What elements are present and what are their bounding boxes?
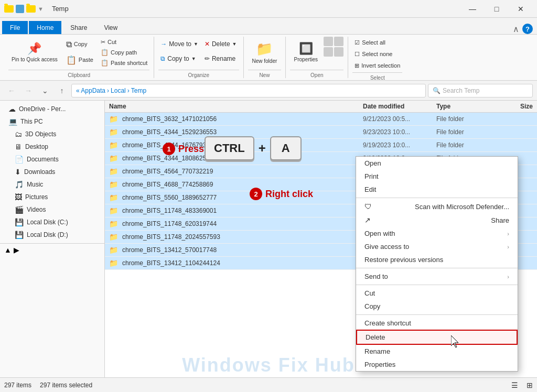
paste-shortcut-button[interactable]: 📋 Paste shortcut — [99, 58, 149, 68]
moveto-button[interactable]: → Move to ▼ — [158, 37, 200, 51]
rename-icon: ✏ — [205, 55, 210, 62]
ctx-edit[interactable]: Edit — [356, 183, 518, 196]
sidebar-item-onedrive[interactable]: ☁ OneDrive - Per... — [0, 103, 104, 115]
sendto-arrow: › — [507, 274, 509, 280]
tab-view[interactable]: View — [96, 21, 125, 34]
path-breadcrumb-local[interactable]: Local — [111, 87, 126, 94]
ctx-open[interactable]: Open — [356, 157, 518, 170]
ctx-rename-label: Rename — [364, 347, 390, 355]
close-button[interactable]: ✕ — [509, 1, 533, 17]
folder-icon: 📁 — [109, 180, 118, 189]
col-header-type[interactable]: Type — [432, 101, 495, 112]
delete-button[interactable]: ✕ Delete ▼ — [202, 37, 239, 51]
invert-selection-button[interactable]: ⊞ Invert selection — [352, 60, 402, 71]
table-row[interactable]: 📁 chrome_BITS_3632_1471021056 9/21/2023 … — [105, 113, 537, 126]
sidebar-item-downloads[interactable]: ⬇ Downloads — [0, 166, 104, 178]
view-mode-details-icon[interactable]: ☰ — [511, 381, 518, 389]
properties-button[interactable]: 🔲 Properties — [290, 37, 321, 68]
paste-button[interactable]: 📋 Paste — [63, 52, 96, 68]
view-mode-tiles-icon[interactable]: ⊞ — [527, 381, 533, 389]
sidebar-item-music[interactable]: 🎵 Music — [0, 178, 104, 191]
ribbon-group-select: ☑ Select all ☐ Select none ⊞ Invert sele… — [348, 37, 406, 78]
ctx-createshortcut[interactable]: Create shortcut — [356, 317, 518, 330]
help-icon[interactable]: ? — [522, 24, 533, 34]
sidebar-item-localdiskd[interactable]: 💾 Local Disk (D:) — [0, 228, 104, 241]
up-button[interactable]: ↑ — [55, 83, 69, 98]
ctx-open-label: Open — [364, 159, 381, 167]
tab-home[interactable]: Home — [29, 21, 61, 34]
ribbon-group-new: 📁 New folder New — [244, 37, 286, 78]
maximize-button[interactable]: □ — [485, 1, 509, 17]
sidebar-expand-icon[interactable]: ▶ — [14, 246, 19, 254]
sidebar-collapse-icon[interactable]: ▲ — [4, 246, 12, 254]
selectnone-icon: ☐ — [355, 51, 360, 58]
folder-icon: 📁 — [109, 220, 118, 228]
col-header-size[interactable]: Size — [495, 101, 537, 112]
copyto-button[interactable]: ⧉ Copy to ▼ — [158, 51, 200, 66]
ctx-delete[interactable]: Delete — [356, 330, 518, 345]
cut-button[interactable]: ✂ Cut — [99, 37, 149, 47]
folder-icon: 📁 — [109, 233, 118, 241]
sidebar-label-desktop: Desktop — [25, 143, 48, 150]
ctx-cut[interactable]: Cut — [356, 287, 518, 300]
ribbon-tabs: File Home Share View ∧ ? — [0, 18, 537, 35]
ctx-properties[interactable]: Properties — [356, 358, 518, 371]
folder-icon: 📁 — [109, 259, 118, 267]
back-button[interactable]: ← — [4, 83, 19, 98]
ctx-openwith-label: Open with — [364, 230, 395, 237]
pin-to-quickaccess-button[interactable]: 📌 Pin to Quick access — [8, 37, 61, 68]
ctx-properties-label: Properties — [364, 361, 395, 368]
ctx-sendto[interactable]: Send to › — [356, 270, 518, 283]
sidebar-item-thispc[interactable]: 💻 This PC — [0, 115, 104, 128]
select-all-button[interactable]: ☑ Select all — [352, 37, 402, 48]
table-row[interactable]: 📁 chrome_BITS_4344_1529236553 9/23/2023 … — [105, 126, 537, 139]
ctx-print[interactable]: Print — [356, 170, 518, 183]
pin-icon: 📌 — [27, 42, 41, 56]
music-icon: 🎵 — [15, 180, 24, 189]
col-header-date[interactable]: Date modified — [359, 101, 432, 112]
ctx-openwith[interactable]: Open with › — [356, 227, 518, 240]
ribbon-collapse-icon[interactable]: ∧ — [513, 24, 519, 34]
context-menu: Open Print Edit 🛡 Scan with Microsoft De… — [356, 156, 518, 372]
sidebar-label-pictures: Pictures — [25, 193, 48, 201]
new-folder-button[interactable]: 📁 New folder — [248, 37, 282, 68]
sidebar-label-thispc: This PC — [20, 118, 43, 125]
ctx-edit-label: Edit — [364, 186, 376, 193]
folder-icon: 📁 — [109, 206, 118, 215]
tab-share[interactable]: Share — [62, 21, 95, 34]
ctx-copy[interactable]: Copy — [356, 300, 518, 313]
recent-locations-button[interactable]: ⌄ — [38, 83, 52, 98]
delete-icon: ✕ — [205, 40, 210, 48]
sidebar-item-documents[interactable]: 📄 Documents — [0, 153, 104, 166]
thispc-icon: 💻 — [8, 117, 17, 126]
ribbon-group-clipboard: 📌 Pin to Quick access ⧉ Copy 📋 Paste ✂ C… — [4, 37, 154, 78]
sidebar-item-videos[interactable]: 🎬 Videos — [0, 203, 104, 216]
table-row[interactable]: 📁 chrome_BITS_4344_1676793412 9/19/2023 … — [105, 139, 537, 152]
address-path[interactable]: « AppData › Local › Temp — [71, 84, 426, 97]
ctx-rename[interactable]: Rename — [356, 345, 518, 358]
ctx-share[interactable]: ↗ Share — [356, 213, 518, 227]
ctx-giveaccess[interactable]: Give access to › — [356, 240, 518, 253]
forward-button[interactable]: → — [21, 83, 36, 98]
select-none-button[interactable]: ☐ Select none — [352, 48, 402, 60]
minimize-button[interactable]: — — [460, 1, 485, 17]
path-breadcrumb-appdata[interactable]: « AppData — [76, 87, 105, 94]
ctx-scan[interactable]: 🛡 Scan with Microsoft Defender... — [356, 200, 518, 213]
search-box[interactable]: 🔍 Search Temp — [428, 84, 533, 97]
rename-button[interactable]: ✏ Rename — [202, 51, 239, 66]
copy-path-button[interactable]: 📋 Copy path — [99, 47, 149, 58]
tab-file[interactable]: File — [2, 21, 28, 34]
path-breadcrumb-temp[interactable]: Temp — [131, 87, 146, 94]
sidebar-item-desktop[interactable]: 🖥 Desktop — [0, 140, 104, 153]
sidebar-item-localdiskc[interactable]: 💾 Local Disk (C:) — [0, 216, 104, 228]
videos-icon: 🎬 — [15, 205, 24, 214]
copy-button[interactable]: ⧉ Copy — [63, 37, 96, 52]
status-bar: 297 items 297 items selected ☰ ⊞ — [0, 377, 537, 392]
sidebar-item-3dobjects[interactable]: 🗂 3D Objects — [0, 128, 104, 140]
col-header-name[interactable]: Name — [105, 101, 359, 112]
sidebar-item-pictures[interactable]: 🖼 Pictures — [0, 191, 104, 203]
desktop-icon: 🖥 — [15, 143, 22, 151]
ctx-restore[interactable]: Restore previous versions — [356, 253, 518, 266]
ctx-sep2 — [356, 268, 518, 268]
copyto-icon: ⧉ — [160, 55, 165, 62]
